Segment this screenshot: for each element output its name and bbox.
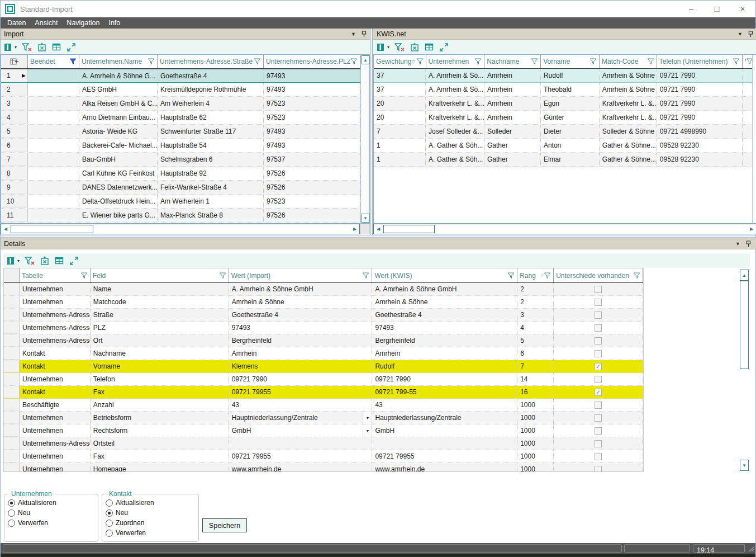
filter-icon[interactable] xyxy=(219,272,226,279)
difference-checkbox[interactable] xyxy=(595,453,602,460)
difference-checkbox[interactable] xyxy=(595,350,602,357)
table-row[interactable]: KontaktVornameKlemensRudolf7✓ xyxy=(4,360,643,373)
column-header-unterschiede-vorhanden[interactable]: Unterschiede vorhanden xyxy=(554,268,643,282)
table-row[interactable]: 5Astoria- Weide KGSchweinfurter Straße 1… xyxy=(1,125,369,139)
grid-layout-icon[interactable] xyxy=(55,256,64,266)
table-row[interactable]: 10Delta-Offsetdruck Hein...Am Weiherlein… xyxy=(1,195,369,209)
column-header-telefon-unternehmen-[interactable]: Telefon (Unternehmen) xyxy=(657,55,743,68)
filter-icon[interactable] xyxy=(633,272,640,279)
import-horizontal-scrollbar[interactable]: ◀ ▶ xyxy=(1,224,360,234)
details-scroll-down-icon[interactable]: ▼ xyxy=(740,460,749,471)
difference-checkbox[interactable] xyxy=(595,324,602,332)
difference-checkbox[interactable] xyxy=(595,337,602,344)
menu-item-daten[interactable]: Daten xyxy=(3,19,30,27)
difference-checkbox[interactable] xyxy=(595,466,602,473)
expand-icon[interactable] xyxy=(66,43,76,52)
horizontal-splitter[interactable] xyxy=(1,235,755,238)
column-header-feld[interactable]: Feld xyxy=(91,268,229,282)
scroll-left-icon[interactable]: ◀ xyxy=(374,225,382,233)
grid-layout-icon[interactable] xyxy=(425,43,434,52)
table-row[interactable]: 8Carl Kühne KG FeinkostHauptstraße 92975… xyxy=(1,167,369,181)
import-vertical-scrollbar[interactable]: ▲ ▼ xyxy=(360,55,369,223)
table-row[interactable]: UnternehmenRechtsformGmbH▼GmbH1000 xyxy=(4,424,643,437)
difference-checkbox[interactable] xyxy=(595,311,602,319)
grid-layout-icon[interactable] xyxy=(52,43,61,52)
columns-icon[interactable]: ▾ xyxy=(4,43,17,52)
active-filter-icon[interactable] xyxy=(69,58,77,65)
columns-icon[interactable]: ▾ xyxy=(7,256,20,266)
column-header-unternehmen[interactable]: Unternehmen xyxy=(426,55,485,68)
table-row[interactable]: UnternehmenHomepagewww.amrhein.dewww.amr… xyxy=(4,463,643,472)
table-row[interactable]: KontaktNachnameAmrheinAmrhein6 xyxy=(4,347,643,360)
table-row[interactable]: 37A. Amrhein & Sö...AmrheinTheobaldAmrhe… xyxy=(374,83,756,97)
table-row[interactable]: 20Kraftverkehr L. &...AmrheinGünterKraft… xyxy=(374,111,756,125)
column-header-beendet[interactable]: Beendet xyxy=(28,55,79,68)
resize-grip[interactable] xyxy=(748,545,754,552)
table-row[interactable]: Unternehmens-AdresseOrtsteil1000 xyxy=(4,437,643,450)
column-header-nachname[interactable]: Nachname xyxy=(484,55,541,68)
maximize-button[interactable]: □ xyxy=(704,1,730,17)
kwis-horizontal-scrollbar[interactable]: ◀ ▶ xyxy=(373,224,756,234)
import-collapse-icon[interactable]: ▼ xyxy=(351,31,356,37)
dropdown-arrow-icon[interactable]: ▼ xyxy=(363,424,372,437)
column-header-wert-kwis-[interactable]: Wert (KWIS) xyxy=(372,268,517,282)
table-row[interactable]: 1▶A. Amrhein & Söhne G...Goethestraße 49… xyxy=(1,69,369,83)
radio-option-aktualisieren[interactable]: Aktualisieren xyxy=(106,499,198,507)
table-row[interactable]: 1A. Gather & Söh...GatherElmarGather & S… xyxy=(374,153,756,167)
table-row[interactable]: 3Alka Reisen GmbH & C...Am Weiherlein 49… xyxy=(1,97,369,111)
dropdown-arrow-icon[interactable]: ▼ xyxy=(363,412,372,424)
kwis-vertical-scrollbar[interactable] xyxy=(752,55,756,223)
column-header-unternehmens-adresse-plz[interactable]: Unternehmens-Adresse.PLZ xyxy=(264,55,360,68)
difference-checkbox[interactable] xyxy=(595,427,602,435)
column-header-vorname[interactable]: Vorname xyxy=(541,55,600,68)
table-row[interactable]: UnternehmenNameA. Amrhein & Söhne GmbHA.… xyxy=(4,283,643,296)
table-row[interactable]: UnternehmenBetriebsformHauptniederlassun… xyxy=(4,412,643,424)
table-row[interactable]: Unternehmens-AdressePLZ97493974934 xyxy=(4,322,643,334)
table-row[interactable]: UnternehmenMatchcodeAmrhein & SöhneAmrhe… xyxy=(4,296,643,309)
filter-icon[interactable] xyxy=(531,58,538,65)
filter-icon[interactable] xyxy=(507,272,515,279)
export-excel-icon[interactable] xyxy=(37,43,47,52)
table-row[interactable]: 7Josef Solleder &...SollederDieterSolled… xyxy=(374,125,756,139)
radio-option-verwerfen[interactable]: Verwerfen xyxy=(8,519,98,527)
scroll-right-icon[interactable]: ▶ xyxy=(748,225,755,233)
table-row[interactable]: 1A. Gather & Söh...GatherAntonGather & S… xyxy=(374,139,756,153)
scroll-left-icon[interactable]: ◀ xyxy=(2,225,9,233)
filter-icon[interactable] xyxy=(350,58,358,65)
details-collapse-icon[interactable]: ▼ xyxy=(735,241,740,247)
menu-item-ansicht[interactable]: Ansicht xyxy=(30,19,62,27)
filter-icon[interactable] xyxy=(254,58,261,65)
menu-item-info[interactable]: Info xyxy=(104,19,125,27)
scroll-down-icon[interactable]: ▼ xyxy=(362,214,369,223)
import-pin-icon[interactable] xyxy=(362,31,367,37)
column-header-unternehmen-name[interactable]: Unternehmen.Name xyxy=(79,55,158,68)
radio-option-zuordnen[interactable]: Zuordnen xyxy=(106,519,198,527)
kwis-pin-icon[interactable] xyxy=(748,31,753,37)
scroll-thumb[interactable] xyxy=(11,225,93,233)
table-row[interactable]: 6Bäckerei-Cafe- Michael...Hauptstraße 54… xyxy=(1,139,369,153)
table-row[interactable]: BeschäftigteAnzahl43431000 xyxy=(4,399,643,412)
kwis-collapse-icon[interactable]: ▼ xyxy=(738,31,743,37)
table-row[interactable]: UnternehmenFax09721 7995509721 799551000 xyxy=(4,450,643,463)
table-row[interactable]: 37A. Amrhein & Sö...AmrheinRudolfAmrhein… xyxy=(374,69,756,83)
export-excel-icon[interactable] xyxy=(40,256,50,266)
details-scroll-thumb[interactable] xyxy=(740,281,749,369)
columns-icon[interactable]: ▾ xyxy=(377,43,389,52)
filter-icon[interactable] xyxy=(733,58,740,65)
column-header-tabelle[interactable]: Tabelle xyxy=(20,268,91,282)
table-row[interactable]: 9DANES Datennetzwerk...Felix-Wankel-Stra… xyxy=(1,181,369,195)
difference-checkbox[interactable]: ✓ xyxy=(595,389,602,396)
table-row[interactable]: 11E. Wiener bike parts G...Max-Planck St… xyxy=(1,209,369,223)
filter-icon[interactable] xyxy=(416,58,424,65)
scroll-up-icon[interactable]: ▲ xyxy=(362,55,369,64)
column-header-rang[interactable]: Rang∕ xyxy=(517,268,554,282)
table-row[interactable]: 4Arno Dietmann Einbau...Hauptstraße 6297… xyxy=(1,111,369,125)
export-excel-icon[interactable] xyxy=(410,43,420,52)
clear-filter-icon[interactable] xyxy=(394,43,405,52)
column-header-match-code[interactable]: Match-Code xyxy=(600,55,657,68)
table-row[interactable]: 20Kraftverkehr L. &...AmrheinEgonKraftve… xyxy=(374,97,756,111)
filter-icon[interactable] xyxy=(647,58,654,65)
filter-icon[interactable] xyxy=(80,272,88,279)
clear-filter-icon[interactable] xyxy=(25,256,35,266)
difference-checkbox[interactable] xyxy=(595,440,602,447)
